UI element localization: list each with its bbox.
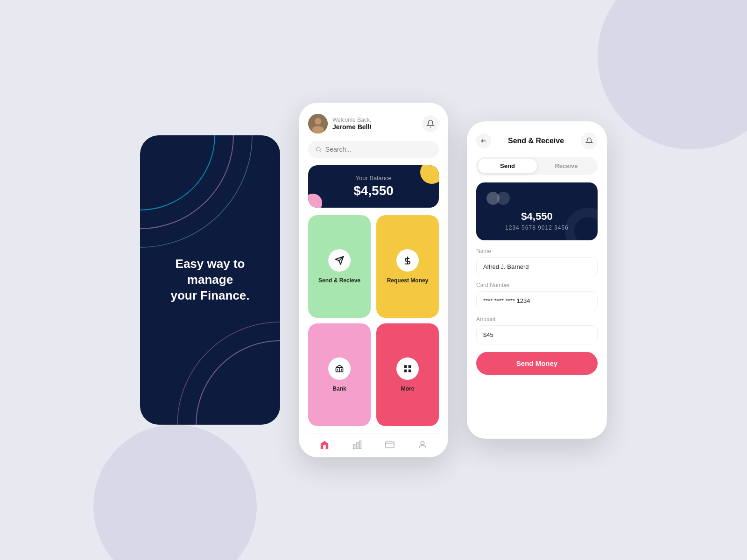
svg-point-3: [196, 341, 280, 425]
svg-point-4: [177, 322, 280, 425]
svg-point-26: [421, 441, 424, 445]
phone-splash-wrapper: Easy way to manage your Finance.: [140, 135, 280, 425]
svg-rect-18: [404, 370, 407, 372]
search-input[interactable]: [325, 146, 431, 153]
send-header: Send & Receive: [476, 133, 598, 149]
svg-rect-19: [409, 370, 411, 372]
send-form: Name Card Number Amount: [476, 248, 598, 350]
chip-right: [497, 192, 510, 205]
tab-receive[interactable]: Receive: [537, 159, 596, 173]
back-button[interactable]: [476, 133, 491, 148]
svg-rect-16: [404, 365, 407, 368]
balance-card: Your Balance $4,550: [308, 165, 439, 208]
svg-rect-24: [386, 442, 394, 448]
splash-screen: Easy way to manage your Finance.: [140, 135, 280, 425]
amount-input[interactable]: [476, 325, 598, 344]
phone-home-wrapper: Welcome Back, Jerome Bell! Your Balanc: [299, 103, 448, 457]
amount-label: Amount: [476, 316, 598, 322]
request-money-icon-circle: [396, 249, 419, 272]
welcome-name: Jerome Bell!: [332, 123, 372, 131]
tab-send[interactable]: Send: [478, 159, 537, 173]
send-money-button[interactable]: Send Money: [476, 352, 598, 375]
bottom-nav: [308, 434, 439, 450]
splash-headline: Easy way to manage your Finance.: [140, 256, 280, 303]
svg-point-0: [140, 135, 215, 210]
nav-home[interactable]: [319, 440, 330, 450]
notification-bell[interactable]: [422, 115, 439, 132]
balance-label: Your Balance: [319, 175, 428, 182]
card-number-input[interactable]: [476, 291, 598, 310]
action-more[interactable]: More: [376, 323, 439, 426]
bank-icon-circle: [328, 357, 351, 380]
nav-card[interactable]: [385, 440, 395, 450]
more-icon-circle: [396, 357, 419, 380]
welcome-text-block: Welcome Back, Jerome Bell!: [332, 117, 372, 131]
more-label: More: [401, 385, 415, 392]
request-money-label: Request Money: [387, 277, 429, 284]
svg-rect-22: [356, 442, 358, 448]
nav-chart[interactable]: [352, 440, 362, 450]
action-bank[interactable]: Bank: [308, 323, 371, 426]
card-chip: [486, 192, 587, 205]
send-receive-screen: Send & Receive Send Receive $4,550 1234 …: [467, 121, 607, 439]
svg-rect-23: [359, 441, 361, 449]
send-receive-title: Send & Receive: [508, 137, 564, 145]
balance-amount: $4,550: [319, 183, 428, 198]
welcome-sub: Welcome Back,: [332, 117, 372, 123]
send-receive-icon-circle: [328, 249, 351, 272]
user-info: Welcome Back, Jerome Bell!: [308, 114, 372, 133]
search-bar[interactable]: [308, 141, 439, 158]
svg-line-9: [320, 150, 321, 151]
bank-label: Bank: [332, 385, 346, 392]
svg-rect-21: [353, 445, 355, 448]
svg-rect-20: [323, 445, 326, 449]
svg-point-7: [312, 126, 324, 133]
svg-rect-17: [409, 365, 411, 368]
action-grid: Send & Recieve Request Money: [308, 215, 439, 426]
search-icon: [316, 146, 322, 153]
credit-card: $4,550 1234 5678 9012 3456: [476, 182, 598, 240]
svg-point-6: [315, 118, 321, 125]
svg-point-2: [140, 135, 252, 247]
name-input[interactable]: [476, 257, 598, 276]
send-receive-label: Send & Recieve: [318, 277, 360, 284]
avatar: [308, 114, 328, 133]
action-send-receive[interactable]: Send & Recieve: [308, 215, 371, 318]
action-request-money[interactable]: Request Money: [376, 215, 439, 318]
home-header: Welcome Back, Jerome Bell!: [308, 114, 439, 133]
phone-send-wrapper: Send & Receive Send Receive $4,550 1234 …: [467, 121, 607, 439]
home-screen: Welcome Back, Jerome Bell! Your Balanc: [299, 103, 448, 457]
name-label: Name: [476, 248, 598, 254]
tab-group: Send Receive: [476, 157, 598, 175]
card-number-label: Card Number: [476, 282, 598, 288]
svg-point-8: [317, 147, 321, 151]
send-notification-bell[interactable]: [581, 133, 598, 149]
nav-profile[interactable]: [417, 440, 428, 450]
